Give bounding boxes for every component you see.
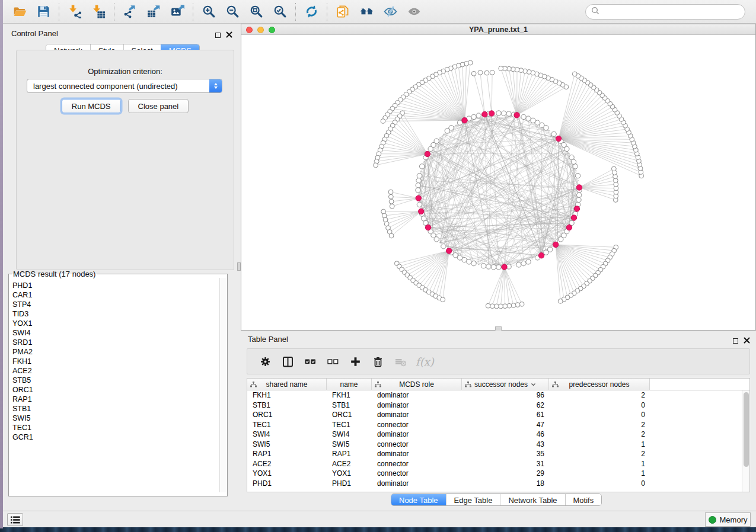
graph-node[interactable] xyxy=(531,118,535,123)
graph-node[interactable] xyxy=(577,193,582,197)
graph-leaf-node[interactable] xyxy=(572,72,577,76)
mcds-result-item[interactable]: SWI5 xyxy=(12,414,218,423)
optimization-criterion-dropdown[interactable]: largest connected component (undirected) xyxy=(27,79,222,93)
graph-node[interactable] xyxy=(526,116,531,121)
mcds-result-item[interactable]: CAR1 xyxy=(12,290,218,300)
graph-leaf-node[interactable] xyxy=(484,70,489,75)
graph-node[interactable] xyxy=(526,259,531,264)
zoom-in-icon[interactable] xyxy=(199,3,219,21)
graph-leaf-node[interactable] xyxy=(390,204,394,209)
graph-node[interactable] xyxy=(471,261,476,265)
mcds-result-item[interactable]: TEC1 xyxy=(12,423,218,432)
table-row[interactable]: STB1STB1dominator620 xyxy=(247,400,742,411)
columns-icon[interactable] xyxy=(279,353,296,370)
search-input[interactable] xyxy=(603,6,745,18)
graph-node[interactable] xyxy=(496,111,501,116)
table-cell[interactable]: SWI4 xyxy=(327,430,372,440)
network-window-titlebar[interactable]: YPA_prune.txt_1 xyxy=(241,24,755,35)
graph-hub-node[interactable] xyxy=(514,113,519,118)
table-cell[interactable]: 0 xyxy=(549,479,650,489)
mcds-result-item[interactable]: STB5 xyxy=(12,376,218,385)
mcds-result-item[interactable]: FKH1 xyxy=(12,357,218,366)
graph-leaf-node[interactable] xyxy=(495,304,499,309)
table-cell[interactable]: FKH1 xyxy=(247,390,327,400)
graph-leaf-node[interactable] xyxy=(389,199,394,204)
table-cell[interactable]: connector xyxy=(372,420,462,430)
table-cell[interactable]: 0 xyxy=(549,400,650,411)
mcds-result-item[interactable]: RAP1 xyxy=(12,395,218,404)
table-cell[interactable]: STB1 xyxy=(247,400,327,411)
table-scrollbar[interactable] xyxy=(742,390,749,492)
mcds-result-item[interactable]: STB1 xyxy=(12,404,218,414)
table-cell[interactable]: PHD1 xyxy=(247,479,327,489)
memory-button[interactable]: Memory xyxy=(705,512,751,527)
table-cell[interactable]: 1 xyxy=(549,440,650,450)
tab-motifs[interactable]: Motifs xyxy=(565,494,602,505)
table-cell[interactable]: dominator xyxy=(372,410,462,420)
search-box[interactable] xyxy=(585,4,745,20)
table-row[interactable]: ORC1ORC1dominator610 xyxy=(247,410,742,420)
graph-node[interactable] xyxy=(457,255,462,260)
graph-leaf-node[interactable] xyxy=(519,302,524,306)
graph-node[interactable] xyxy=(547,247,552,252)
float-table-panel-icon[interactable] xyxy=(733,338,738,344)
table-cell[interactable]: 1 xyxy=(549,469,650,479)
graph-leaf-node[interactable] xyxy=(471,71,476,76)
graph-hub-node[interactable] xyxy=(566,225,572,230)
tab-edge-table[interactable]: Edge Table xyxy=(446,494,500,505)
mcds-result-list[interactable]: PHD1CAR1STP4TID3YOX1SWI4SRD1PMA2FKH1ACE2… xyxy=(9,278,218,492)
table-cell[interactable]: dominator xyxy=(372,449,462,459)
column-header-name[interactable]: name xyxy=(327,379,372,390)
export-table-icon[interactable] xyxy=(143,3,164,21)
graph-node[interactable] xyxy=(576,197,581,202)
save-icon[interactable] xyxy=(33,3,53,21)
graph-leaf-node[interactable] xyxy=(490,304,495,309)
graph-leaf-node[interactable] xyxy=(511,303,516,308)
tab-node-table[interactable]: Node Table xyxy=(391,494,446,505)
column-header-shared-name[interactable]: shared name xyxy=(247,379,327,390)
table-cell[interactable]: 2 xyxy=(549,430,650,440)
graph-node[interactable] xyxy=(416,178,421,183)
table-cell[interactable]: 2 xyxy=(549,390,650,400)
refresh-icon[interactable] xyxy=(301,3,321,21)
graph-hub-node[interactable] xyxy=(489,111,494,116)
select-all-icon[interactable] xyxy=(302,353,318,370)
graph-hub-node[interactable] xyxy=(571,215,576,220)
graph-hub-node[interactable] xyxy=(425,225,430,230)
zoom-out-icon[interactable] xyxy=(222,3,243,21)
graph-node[interactable] xyxy=(445,129,449,133)
graph-leaf-node[interactable] xyxy=(486,303,490,308)
graph-node[interactable] xyxy=(416,188,420,193)
export-network-icon[interactable] xyxy=(120,3,140,21)
table-cell[interactable]: ORC1 xyxy=(327,410,372,420)
table-cell[interactable]: 46 xyxy=(462,430,549,440)
graph-node[interactable] xyxy=(486,264,491,269)
graph-leaf-node[interactable] xyxy=(515,303,520,307)
table-cell[interactable]: 31 xyxy=(462,459,549,469)
graph-leaf-node[interactable] xyxy=(499,66,503,71)
graph-node[interactable] xyxy=(575,173,580,178)
table-cell[interactable]: 1 xyxy=(549,459,650,469)
graph-node[interactable] xyxy=(501,111,506,116)
delete-row-icon[interactable] xyxy=(369,353,386,370)
graph-node[interactable] xyxy=(551,132,556,136)
tab-network-table[interactable]: Network Table xyxy=(500,494,564,505)
graph-leaf-node[interactable] xyxy=(388,194,393,199)
scrollbar-thumb[interactable] xyxy=(744,392,749,467)
graph-leaf-node[interactable] xyxy=(441,297,445,302)
mcds-result-item[interactable]: ORC1 xyxy=(12,385,218,395)
graph-leaf-node[interactable] xyxy=(499,304,503,309)
graph-node[interactable] xyxy=(471,114,476,119)
settings-gear-icon[interactable] xyxy=(257,353,273,370)
deselect-all-icon[interactable] xyxy=(324,353,341,370)
table-row[interactable]: PHD1PHD1dominator180 xyxy=(247,479,742,489)
table-cell[interactable]: ACE2 xyxy=(247,459,327,469)
run-mcds-button[interactable]: Run MCDS xyxy=(62,99,121,113)
table-cell[interactable]: PHD1 xyxy=(327,479,372,489)
mcds-result-item[interactable]: YOX1 xyxy=(12,319,218,328)
table-cell[interactable]: 18 xyxy=(462,479,549,489)
table-row[interactable]: SWI4SWI4dominator462 xyxy=(247,430,742,440)
table-cell[interactable]: TEC1 xyxy=(327,420,372,430)
table-cell[interactable]: dominator xyxy=(372,390,462,400)
graph-node[interactable] xyxy=(491,265,496,270)
